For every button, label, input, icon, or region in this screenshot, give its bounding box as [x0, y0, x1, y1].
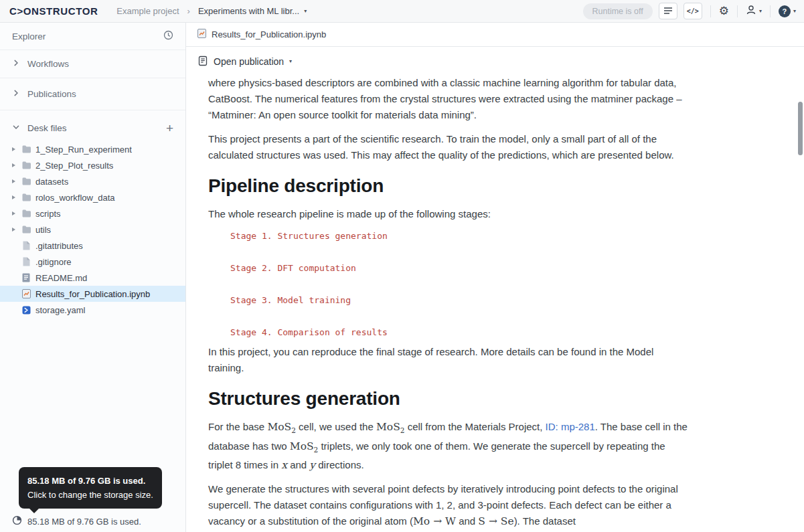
text-segment: Mo [413, 515, 430, 527]
file-tree-item-file[interactable]: .gitignore [0, 254, 185, 270]
sidebar-item-workflows[interactable]: Workflows [0, 50, 185, 78]
paragraph-rich: For the base MoS2 cell, we used the MoS2… [208, 419, 692, 473]
chevron-down-icon: ▾ [289, 59, 292, 64]
storage-tooltip-hint: Click to change the storage size. [27, 488, 153, 502]
file-tree: 1_Step_Run_experiment 2_Step_Plot_result… [0, 141, 185, 318]
file-name: 2_Step_Plot_results [35, 161, 113, 171]
markdown-doc-icon [22, 273, 35, 282]
user-icon [746, 5, 756, 18]
breadcrumb-chevron-icon: › [187, 6, 190, 16]
file-name: datasets [35, 177, 68, 187]
publication-book-icon [197, 56, 208, 68]
text-segment: ). The dataset [514, 515, 576, 527]
code-block-stage-1: Stage 1. Structures generation [208, 230, 777, 242]
file-tree-item-file[interactable]: .gitattributes [0, 238, 185, 254]
storage-usage-button[interactable]: 85.18 MB of 9.76 GB is used. [12, 515, 141, 527]
section-heading-structures: Structures generation [208, 388, 777, 410]
code-block-stage-3: Stage 3. Model training [208, 294, 777, 306]
explorer-header: Explorer [0, 23, 185, 50]
chevron-right-icon [12, 89, 20, 99]
text-segment: → [485, 515, 501, 527]
expand-caret-icon[interactable] [12, 195, 22, 199]
divider [770, 5, 771, 17]
open-publication-dropdown[interactable]: Open publication ▾ [197, 56, 292, 68]
notebook-outline-button[interactable] [659, 3, 677, 19]
desk-files-label: Desk files [27, 123, 67, 133]
sidebar-item-publications[interactable]: Publications [0, 78, 185, 110]
file-name: storage.yaml [35, 305, 85, 315]
folder-icon [22, 226, 35, 234]
add-file-button[interactable]: + [166, 122, 173, 135]
text-segment: For the base [208, 421, 267, 432]
file-tree-item-folder[interactable]: rolos_workflow_data [0, 189, 185, 205]
expand-caret-icon[interactable] [12, 211, 22, 215]
file-name: scripts [35, 209, 61, 219]
chevron-down-icon: ▾ [793, 9, 796, 14]
file-tree-item-folder[interactable]: datasets [0, 173, 185, 189]
scrollbar-thumb[interactable] [798, 102, 803, 155]
text-segment: W [445, 515, 456, 527]
text-segment: cell from the Materials Project, [405, 421, 546, 432]
expand-caret-icon[interactable] [12, 179, 22, 183]
code-view-button[interactable]: </> [684, 3, 702, 19]
code-block-stage-4: Stage 4. Comparison of results [208, 327, 777, 339]
file-tree-item-yaml[interactable]: storage.yaml [0, 302, 185, 318]
materials-project-link[interactable]: ID: mp-281 [546, 421, 595, 432]
file-tree-item-folder[interactable]: utils [0, 221, 185, 238]
notebook-icon [197, 29, 206, 40]
breadcrumb-project[interactable]: Example project [116, 6, 179, 16]
folder-icon [22, 209, 35, 217]
expand-caret-icon[interactable] [12, 228, 22, 232]
file-name: 1_Step_Run_experiment [35, 145, 132, 155]
text-segment: 2 [400, 426, 405, 434]
text-segment: y [309, 459, 315, 471]
text-segment: and [456, 515, 478, 527]
text-segment: and [287, 459, 309, 470]
runtime-status-button[interactable]: Runtime is off [583, 3, 653, 19]
expand-caret-icon[interactable] [12, 147, 22, 151]
tab-bar: Results_for_Publication.ipynb [186, 23, 804, 47]
folder-icon [22, 161, 35, 169]
paragraph: This project presents a part of the scie… [208, 131, 692, 163]
publications-label: Publications [27, 89, 76, 99]
chevron-down-icon: ▾ [304, 9, 307, 14]
text-segment: S [478, 515, 485, 527]
expand-caret-icon[interactable] [12, 163, 22, 167]
storage-tooltip: 85.18 MB of 9.76 GB is used. Click to ch… [19, 467, 162, 509]
file-name: .gitignore [35, 257, 71, 267]
notebook-selector-label: Experiments with ML libr... [198, 6, 299, 16]
text-segment: cell, we used the [296, 421, 376, 432]
explorer-sidebar: Explorer Workflows Publications Desk fil… [0, 23, 186, 532]
folder-icon [22, 145, 35, 153]
file-tree-item-notebook-selected[interactable]: Results_for_Publication.ipynb [0, 286, 185, 302]
paragraph: In this project, you can reproduce the f… [208, 344, 692, 376]
file-name: .gitattributes [35, 241, 83, 251]
header-actions: Runtime is off </> ⚙ ▾ ? ▾ [583, 3, 796, 19]
file-name: utils [35, 225, 51, 235]
text-segment: MoS [267, 421, 291, 433]
notebook-selector-dropdown[interactable]: Experiments with ML libr... ▾ [198, 6, 307, 16]
text-segment: MoS [376, 421, 400, 433]
settings-button[interactable]: ⚙ [719, 5, 729, 17]
file-tree-item-folder[interactable]: 2_Step_Plot_results [0, 157, 185, 173]
file-icon [22, 241, 35, 250]
explorer-title: Explorer [12, 31, 46, 41]
file-tree-item-folder[interactable]: 1_Step_Run_experiment [0, 141, 185, 157]
divider [737, 5, 738, 17]
file-name: rolos_workflow_data [35, 193, 115, 203]
history-clock-icon[interactable] [163, 30, 173, 42]
tab-label: Results_for_Publication.ipynb [212, 29, 326, 39]
file-tree-item-readme[interactable]: README.md [0, 270, 185, 286]
storage-pie-icon [12, 515, 22, 527]
file-tree-item-folder[interactable]: scripts [0, 205, 185, 221]
divider [710, 5, 711, 17]
sidebar-item-desk-files[interactable]: Desk files + [0, 110, 185, 141]
account-menu-button[interactable]: ▾ [746, 5, 762, 18]
paragraph: The whole research pipeline is made up o… [208, 206, 692, 222]
constructor-logo[interactable]: C>ONSTRUCTOR [9, 5, 98, 17]
notebook-panel: Results_for_Publication.ipynb Open publi… [186, 23, 804, 532]
chevron-down-icon: ▾ [759, 9, 762, 14]
notebook-toolbar: Open publication ▾ [186, 50, 804, 74]
tab-results-notebook[interactable]: Results_for_Publication.ipynb [197, 29, 326, 40]
help-menu-button[interactable]: ? ▾ [779, 5, 796, 17]
